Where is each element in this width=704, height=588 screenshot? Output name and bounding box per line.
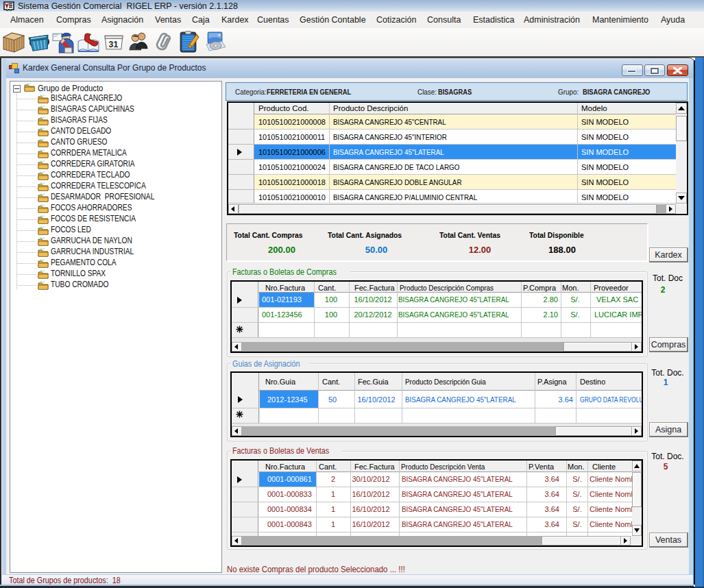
svg-text:31: 31 xyxy=(109,40,119,49)
